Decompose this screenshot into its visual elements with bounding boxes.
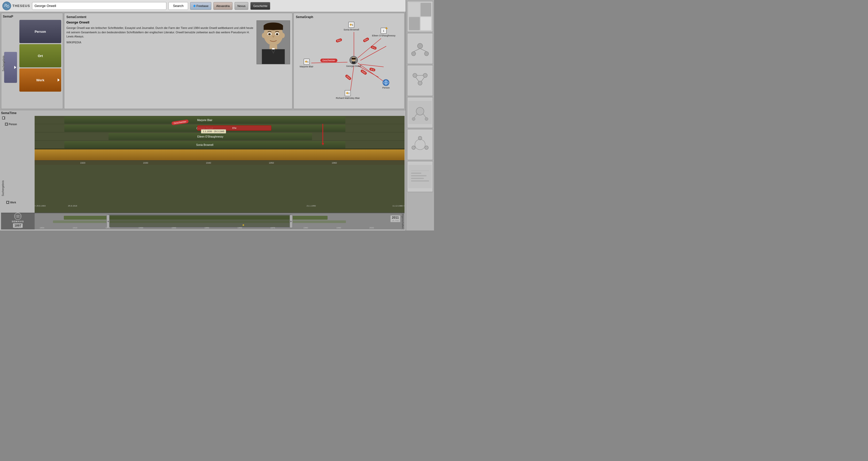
date-end1-label: 21.1.1950 [307,205,316,207]
freebase-button[interactable]: 🔷 Freebase [190,2,211,10]
svg-rect-57 [411,180,429,182]
node-richard[interactable]: ✚ ℹ Richard Walmsley Blair [336,90,360,99]
semap-left: Suchergebnis [3,20,18,107]
ort-button[interactable]: Ort [20,44,61,67]
semap-arrow [14,66,16,69]
content-name: George Orwell [66,21,254,24]
ov-tick-1960: 1960 [238,227,242,229]
search-button[interactable]: Search [168,2,188,10]
person-button[interactable]: Person [20,20,61,43]
alexandria-button[interactable]: Alexandria [213,2,232,10]
ov-tick-1990: 1990 [336,227,341,229]
overview-viewport[interactable] [108,215,291,227]
semacontent-title: SemaContent [66,15,290,19]
graph-canvas: ✚ ℹ Sonia Brownell ✚ ℹ Eileen O'Shaughne… [296,21,402,107]
content-description: George Orwell war ein britischer Schrift… [66,26,254,39]
sidebar-thumb-5[interactable] [407,129,433,160]
node-person[interactable]: Person [382,79,390,89]
werk-tl-label: Werk [10,201,16,204]
logo-text: THESEUS [12,4,30,8]
sematime-panel: SemaTime Suchergebnis [0,110,406,230]
date-start-label: < 25.6.1903 [35,205,45,207]
werk-button[interactable]: Werk [20,68,61,92]
semavis-icon [13,212,23,220]
svg-point-34 [425,52,429,56]
svg-point-40 [418,81,422,85]
svg-rect-14 [272,48,275,50]
logo-icon [2,1,11,10]
svg-rect-37 [408,69,432,92]
svg-point-10 [276,33,278,35]
search-input[interactable] [32,2,166,10]
semap-right: Person Ort Werk [20,20,61,107]
ov-tick-1920: 1920 [106,227,110,229]
marjorie-label: Marjorie Blair [300,65,313,68]
sidebar-thumb-4[interactable] [407,97,433,128]
tick-1940: 1940 [206,162,211,164]
marjorie-bar[interactable]: Marjorie Blair [64,117,345,124]
timeline-play-btn[interactable] [2,117,5,120]
thumb5-svg [408,133,432,156]
svg-point-27 [383,80,389,85]
eileen-bar[interactable]: Eileen O'Shaughnessy [108,133,312,140]
nexus-button[interactable]: Nexus [235,2,248,10]
sidebar-thumb-1[interactable] [407,1,433,32]
panels-row: SemaP Suchergebnis Person Ort [0,12,406,110]
svg-rect-58 [411,178,424,179]
content-wikipedia[interactable]: WIKIPEDIA [66,41,254,44]
right-sidebar [406,0,434,230]
slider-right-handle[interactable]: ▶ [289,215,293,228]
sidebar-thumb-6[interactable] [407,161,433,192]
semavis-logo: SEMAVIS [12,212,24,223]
semacontent-text: George Orwell George Orwell war ein brit… [66,21,254,107]
semap-title: SemaP [3,15,61,18]
ov-tick-1900: 1900 [39,227,44,229]
sidebar-thumb-3[interactable] [407,65,433,96]
svg-point-5 [262,33,266,38]
richard-icon: ✚ ℹ [345,90,351,96]
date-end2-label: 11.12.1980 > [393,205,405,207]
semavis-logo-area: SEMAVIS 1897 22. Dez [1,213,35,229]
svg-point-32 [417,43,423,48]
semap-left-box [4,52,17,83]
sematime-title: SemaTime [1,111,405,115]
node-eileen[interactable]: ✚ ℹ Eileen O'Shaughnessy [372,28,396,37]
semap-inner: Suchergebnis Person Ort Werk [3,20,61,107]
svg-point-6 [281,33,285,38]
semacontent-panel: SemaContent George Orwell George Orwell … [64,13,292,109]
suchergebnis-label: Suchergebnis [2,56,5,71]
svg-rect-12 [262,49,285,64]
sonia-icon: ✚ ℹ [348,22,354,28]
sonia-row: Sonia Brownell [35,141,405,149]
ov-tick-1940: 1940 [172,227,176,229]
semacontent-inner: George Orwell George Orwell war ein brit… [66,21,290,107]
node-orwell[interactable]: George Orwell [346,56,361,67]
person-tl-play[interactable] [5,123,8,126]
eileen-icon: ✚ ℹ [380,28,387,34]
sonia-bar[interactable]: Sonia Brownell [64,141,345,149]
svg-point-33 [411,52,416,56]
ov-tick-1930: 1930 [138,227,143,229]
geschichte-button[interactable]: Geschichte [250,2,270,10]
tl-overview-main[interactable]: ◀ ▶ 1900 1910 1920 1930 1940 1950 1960 1… [35,213,401,229]
sonia-label: Sonia Brownell [344,28,359,31]
node-marjorie[interactable]: ✚ ℹ Marjorie Blair [300,59,313,68]
svg-rect-26 [352,61,355,64]
person-globe [382,79,389,86]
timeline-overview: SEMAVIS 1897 22. Dez [1,213,405,229]
ov-tick-2000: 2000 [369,227,374,229]
sidebar-thumb-2[interactable] [407,33,433,64]
thumb2-svg [408,37,432,60]
svg-line-17 [311,62,347,63]
suchergebnis-tl-label: Suchergebnis [1,120,5,197]
semagraph-title: SemaGraph [296,15,402,19]
svg-rect-25 [351,58,356,59]
ov-tick-1970: 1970 [271,227,275,229]
slider-left-handle[interactable]: ◀ [106,215,110,228]
svg-point-46 [412,118,415,121]
tick-1960: 1960 [332,162,337,164]
node-sonia[interactable]: ✚ ℹ Sonia Brownell [344,22,359,31]
svg-point-9 [268,33,271,35]
red-connector [322,124,323,144]
werk-tl-play[interactable] [6,201,9,204]
